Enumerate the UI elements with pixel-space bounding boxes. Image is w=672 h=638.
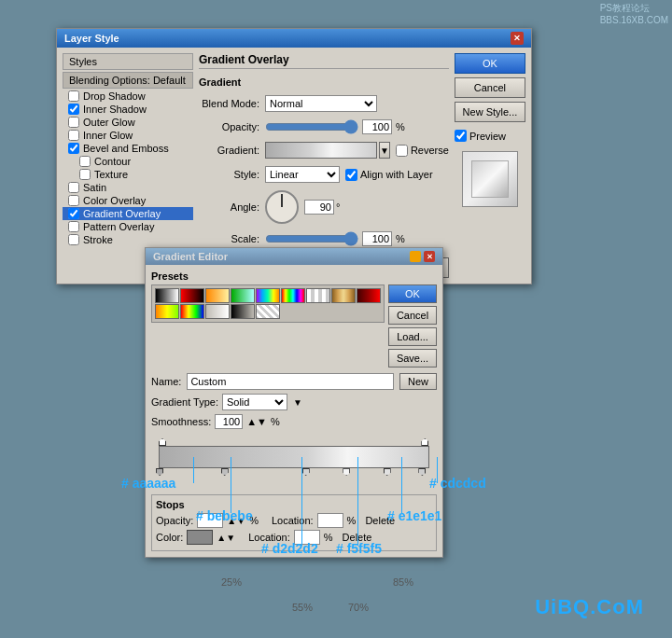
new-style-btn[interactable]: New Style... xyxy=(455,102,525,122)
gradient-editor-titlebar: Gradient Editor ✕ xyxy=(146,248,442,265)
style-item-drop-shadow[interactable]: Drop Shadow xyxy=(63,90,193,103)
gradient-field-label: Gradient: xyxy=(199,145,259,156)
gradient-main-bar[interactable] xyxy=(159,446,429,468)
angle-label: Angle: xyxy=(199,201,259,213)
outer-glow-checkbox[interactable] xyxy=(68,117,79,128)
scale-input[interactable] xyxy=(362,231,392,246)
section-title: Gradient Overlay xyxy=(199,53,449,69)
bevel-emboss-checkbox[interactable] xyxy=(68,143,79,154)
gradient-overlay-checkbox[interactable] xyxy=(68,208,79,219)
inner-glow-checkbox[interactable] xyxy=(68,130,79,141)
grad-ok-btn[interactable]: OK xyxy=(388,284,437,303)
stop-color-arrow[interactable]: ▲▼ xyxy=(217,533,235,543)
annotation-line-aaaaaa xyxy=(193,457,194,483)
color-stop-85[interactable] xyxy=(384,468,391,476)
satin-checkbox[interactable] xyxy=(68,182,79,193)
preset-red-black[interactable] xyxy=(180,288,204,303)
preset-spectrum[interactable] xyxy=(180,304,204,319)
drop-shadow-label: Drop Shadow xyxy=(83,90,146,102)
new-btn[interactable]: New xyxy=(399,373,437,390)
preset-bw[interactable] xyxy=(155,288,179,303)
opacity-slider-container: % xyxy=(265,119,405,134)
style-select[interactable]: Linear Radial Angle xyxy=(265,166,340,183)
stop-color-swatch[interactable] xyxy=(187,530,213,545)
style-item-satin[interactable]: Satin xyxy=(63,181,193,194)
cancel-btn[interactable]: Cancel xyxy=(455,77,525,98)
angle-degree: ° xyxy=(336,201,340,213)
pattern-overlay-checkbox[interactable] xyxy=(68,221,79,232)
opacity-input[interactable] xyxy=(362,119,392,134)
smoothness-arrow-btn[interactable]: ▲▼ xyxy=(246,416,267,427)
layer-style-close-btn[interactable]: ✕ xyxy=(511,32,524,45)
pattern-overlay-label: Pattern Overlay xyxy=(83,221,154,232)
style-item-contour[interactable]: Contour xyxy=(63,155,193,168)
texture-checkbox[interactable] xyxy=(79,169,91,180)
opacity-slider[interactable] xyxy=(265,121,358,132)
style-item-gradient-overlay[interactable]: Gradient Overlay xyxy=(63,207,193,220)
layer-style-title: Layer Style xyxy=(64,33,119,44)
gradient-bar[interactable] xyxy=(265,142,377,159)
style-item-stroke[interactable]: Stroke xyxy=(63,233,193,246)
color-stop-0[interactable] xyxy=(156,468,163,476)
angle-input[interactable] xyxy=(304,200,334,215)
preview-checkbox[interactable] xyxy=(455,130,467,142)
blend-mode-label: Blend Mode: xyxy=(199,98,259,109)
ok-btn[interactable]: OK xyxy=(455,53,525,74)
pct-55: 55% xyxy=(292,602,313,613)
preset-orange-yellow[interactable] xyxy=(205,288,230,303)
grad-save-btn[interactable]: Save... xyxy=(388,349,437,368)
scale-slider[interactable] xyxy=(265,233,358,244)
align-with-layer-checkbox[interactable] xyxy=(345,169,357,181)
name-row: Name: New xyxy=(151,373,437,390)
opacity-stop-0[interactable] xyxy=(159,438,166,446)
preset-gold[interactable] xyxy=(331,288,356,303)
color-stop-100[interactable] xyxy=(418,468,426,476)
preset-black-transparent[interactable] xyxy=(231,304,255,319)
gradient-type-select[interactable]: Solid Noise xyxy=(222,394,287,410)
reverse-checkbox[interactable] xyxy=(396,145,408,157)
preset-green-cyan[interactable] xyxy=(231,288,255,303)
stroke-checkbox[interactable] xyxy=(68,234,79,245)
gradient-editor-close-btn[interactable]: ✕ xyxy=(424,251,435,262)
styles-header[interactable]: Styles xyxy=(63,53,193,70)
style-item-bevel-emboss[interactable]: Bevel and Emboss xyxy=(63,142,193,155)
layer-style-titlebar: Layer Style ✕ xyxy=(57,29,531,48)
color-overlay-checkbox[interactable] xyxy=(68,195,79,206)
preset-warm[interactable] xyxy=(155,304,179,319)
grad-cancel-btn[interactable]: Cancel xyxy=(388,306,437,325)
gradient-subsection-title: Gradient xyxy=(199,76,449,88)
minimize-btn[interactable] xyxy=(410,251,421,262)
stop-location-input1[interactable] xyxy=(317,513,343,528)
preset-transparent[interactable] xyxy=(256,304,280,319)
contour-checkbox[interactable] xyxy=(79,156,91,167)
stroke-label: Stroke xyxy=(83,234,113,245)
name-input[interactable] xyxy=(187,373,394,390)
blend-mode-row: Blend Mode: Normal Multiply Screen xyxy=(199,95,449,112)
preset-rainbow[interactable] xyxy=(256,288,280,303)
style-item-outer-glow[interactable]: Outer Glow xyxy=(63,116,193,129)
preset-dark-red[interactable] xyxy=(357,288,381,303)
angle-dial[interactable] xyxy=(265,190,299,224)
preset-full-rainbow[interactable] xyxy=(281,288,305,303)
blending-options-item[interactable]: Blending Options: Default xyxy=(63,72,193,89)
preset-checker[interactable] xyxy=(306,288,330,303)
opacity-stop-100[interactable] xyxy=(421,438,428,446)
style-item-color-overlay[interactable]: Color Overlay xyxy=(63,194,193,207)
gradient-editor-title: Gradient Editor xyxy=(153,251,228,262)
style-item-inner-glow[interactable]: Inner Glow xyxy=(63,129,193,142)
inner-shadow-checkbox[interactable] xyxy=(68,104,79,115)
color-stop-70[interactable] xyxy=(343,468,350,476)
smoothness-input[interactable] xyxy=(215,414,243,429)
annotation-d2d2d2: # d2d2d2 xyxy=(261,541,318,556)
grad-load-btn[interactable]: Load... xyxy=(388,327,437,346)
color-stop-25[interactable] xyxy=(221,468,229,476)
gradient-arrow-btn[interactable]: ▼ xyxy=(379,142,390,159)
preset-transparent-white[interactable] xyxy=(205,304,230,319)
color-stop-55[interactable] xyxy=(302,468,310,476)
style-item-texture[interactable]: Texture xyxy=(63,168,193,181)
blend-mode-select[interactable]: Normal Multiply Screen xyxy=(265,95,377,112)
style-item-inner-shadow[interactable]: Inner Shadow xyxy=(63,103,193,116)
name-label: Name: xyxy=(151,376,181,387)
drop-shadow-checkbox[interactable] xyxy=(68,90,79,102)
style-item-pattern-overlay[interactable]: Pattern Overlay xyxy=(63,220,193,233)
